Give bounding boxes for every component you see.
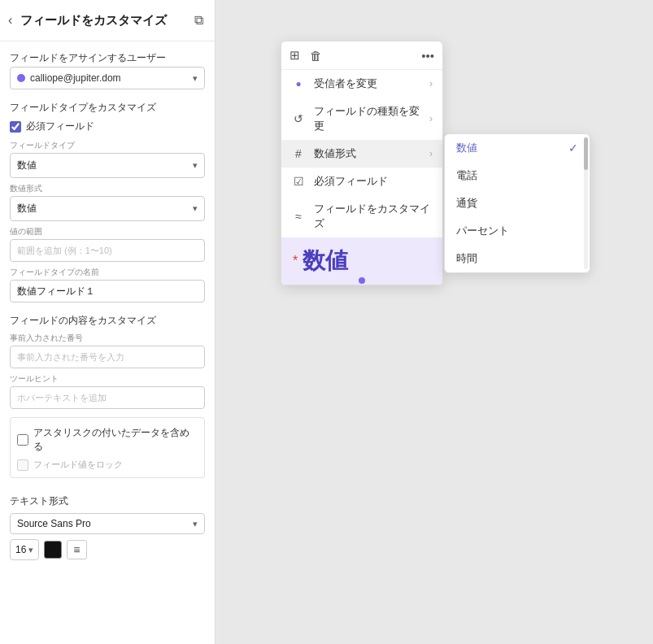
card-toolbar: ⊞ 🗑 ••• <box>281 41 442 70</box>
font-dropdown-wrapper: Source Sans Pro ▾ <box>10 513 205 534</box>
menu-item-customize[interactable]: ≈ フィールドをカスタマイズ <box>281 195 442 237</box>
field-value-text: 数値 <box>303 246 348 276</box>
customize-content-label: フィールドの内容をカスタマイズ <box>10 314 205 328</box>
number-format-dropdown[interactable]: 数値 ▾ <box>10 196 205 221</box>
font-dropdown[interactable]: Source Sans Pro ▾ <box>10 513 205 534</box>
number-format-sub-label: 数値形式 <box>10 183 205 194</box>
asterisk-lock-section: アスタリスクの付いたデータを含める フィールド値をロック <box>10 417 205 478</box>
copy-icon-button[interactable]: ⧉ <box>191 11 207 29</box>
checkbox-icon: ☑ <box>291 175 306 188</box>
submenu-item-number-label: 数値 <box>456 141 477 155</box>
panel-header: ‹ フィールドをカスタマイズ ⧉ <box>0 0 215 41</box>
menu-item-number-format-label: 数値形式 <box>314 146 421 161</box>
submenu-scrollbar-thumb <box>584 137 588 170</box>
check-icon: ✓ <box>568 141 578 154</box>
number-format-group: 数値形式 数値 ▾ <box>10 183 205 221</box>
menu-item-number-format[interactable]: # 数値形式 › 数値 ✓ 電話 通貨 パーセント 時間 <box>281 140 442 168</box>
menu-item-customize-label: フィールドをカスタマイズ <box>314 202 433 231</box>
asterisk-checkbox[interactable] <box>17 434 28 446</box>
asterisk-checkbox-row: アスタリスクの付いたデータを含める <box>17 426 198 454</box>
arrow-icon-3: › <box>429 148 433 159</box>
panel-content: フィールドをアサインするユーザー calliope@jupiter.dom ▾ … <box>0 41 215 560</box>
text-format-row: 16 ▾ ≡ <box>10 539 205 560</box>
hash-icon: # <box>291 147 306 160</box>
value-range-input[interactable] <box>10 239 205 262</box>
panel-title: フィールドをカスタマイズ <box>20 13 167 28</box>
submenu-item-number[interactable]: 数値 ✓ <box>445 134 590 162</box>
field-type-chevron: ▾ <box>193 160 198 171</box>
submenu-item-phone-label: 電話 <box>456 168 477 183</box>
grid-icon[interactable]: ⊞ <box>289 48 300 63</box>
circle-icon: ● <box>291 78 306 89</box>
required-checkbox-row: 必須フィールド <box>10 120 205 133</box>
required-checkbox[interactable] <box>10 121 21 133</box>
field-type-dropdown[interactable]: 数値 ▾ <box>10 153 205 178</box>
submenu-scrollbar <box>584 137 588 269</box>
arrow-icon-2: › <box>429 113 433 124</box>
pre-input-group: 事前入力された番号 <box>10 333 205 368</box>
text-format-label: テキスト形式 <box>10 494 205 508</box>
user-email: calliope@jupiter.dom <box>30 72 188 84</box>
field-type-name-group: フィールドタイプの名前 <box>10 267 205 302</box>
left-panel: ‹ フィールドをカスタマイズ ⧉ フィールドをアサインするユーザー callio… <box>0 0 215 644</box>
submenu-item-time[interactable]: 時間 <box>445 245 590 272</box>
settings-icon: ≈ <box>291 210 306 223</box>
tooltip-group: ツールヒント <box>10 373 205 409</box>
trash-icon[interactable]: 🗑 <box>310 49 322 63</box>
field-display: * 数値 <box>281 237 442 285</box>
font-chevron: ▾ <box>193 519 198 529</box>
submenu-item-percent-label: パーセント <box>456 224 509 238</box>
submenu-item-currency-label: 通貨 <box>456 196 477 211</box>
number-format-value: 数値 <box>17 202 193 215</box>
lock-label: フィールド値をロック <box>33 459 123 471</box>
submenu-item-percent[interactable]: パーセント <box>445 217 590 245</box>
number-format-chevron: ▾ <box>193 203 198 214</box>
required-checkbox-label: 必須フィールド <box>26 120 94 133</box>
asterisk-label: アスタリスクの付いたデータを含める <box>33 426 198 454</box>
field-required-star: * <box>293 255 298 268</box>
tooltip-input[interactable] <box>10 386 205 409</box>
refresh-icon: ↺ <box>291 112 306 125</box>
menu-item-required[interactable]: ☑ 必須フィールド <box>281 168 442 195</box>
size-chevron: ▾ <box>28 545 33 555</box>
submenu-item-currency[interactable]: 通貨 <box>445 189 590 217</box>
field-type-sub-label: フィールドタイプ <box>10 140 205 151</box>
lock-checkbox[interactable] <box>17 459 28 471</box>
user-dot <box>17 74 25 82</box>
menu-item-change-recipient[interactable]: ● 受信者を変更 › <box>281 70 442 98</box>
text-format-section: テキスト形式 Source Sans Pro ▾ 16 ▾ ≡ <box>10 491 205 560</box>
text-color-picker[interactable] <box>44 541 62 559</box>
field-type-value: 数値 <box>17 159 193 172</box>
pre-input-sub-label: 事前入力された番号 <box>10 333 205 344</box>
number-format-submenu: 数値 ✓ 電話 通貨 パーセント 時間 <box>444 133 590 273</box>
assign-user-label: フィールドをアサインするユーザー <box>10 51 205 65</box>
tooltip-sub-label: ツールヒント <box>10 373 205 385</box>
font-size-value: 16 <box>15 544 26 555</box>
field-type-group: フィールドタイプ 数値 ▾ <box>10 140 205 178</box>
field-resize-handle[interactable] <box>357 278 367 283</box>
customize-type-label: フィールドタイプをカスタマイズ <box>10 101 205 115</box>
text-align-button[interactable]: ≡ <box>67 540 86 559</box>
value-range-group: 値の範囲 <box>10 226 205 262</box>
submenu-item-phone[interactable]: 電話 <box>445 162 590 189</box>
submenu-item-time-label: 時間 <box>456 251 477 266</box>
arrow-icon-1: › <box>429 78 433 89</box>
context-card: ⊞ 🗑 ••• ● 受信者を変更 › ↺ フィールドの種類を変更 › # 数値形… <box>281 41 443 285</box>
more-icon[interactable]: ••• <box>421 49 434 63</box>
back-button[interactable]: ‹ <box>8 13 12 28</box>
value-range-sub-label: 値の範囲 <box>10 226 205 237</box>
field-type-name-sub-label: フィールドタイプの名前 <box>10 267 205 278</box>
customize-type-section: フィールドタイプをカスタマイズ 必須フィールド フィールドタイプ 数値 ▾ 数値… <box>10 98 205 302</box>
chevron-down-icon: ▾ <box>193 73 198 84</box>
menu-item-required-label: 必須フィールド <box>314 174 433 189</box>
pre-input-field[interactable] <box>10 346 205 368</box>
menu-item-change-type-label: フィールドの種類を変更 <box>314 104 421 133</box>
user-dropdown[interactable]: calliope@jupiter.dom ▾ <box>10 67 205 89</box>
font-size-dropdown[interactable]: 16 ▾ <box>10 539 39 560</box>
font-value: Source Sans Pro <box>17 518 193 529</box>
field-type-name-input[interactable] <box>10 280 205 302</box>
customize-content-section: フィールドの内容をカスタマイズ 事前入力された番号 ツールヒント <box>10 311 205 409</box>
assign-user-section: フィールドをアサインするユーザー calliope@jupiter.dom ▾ <box>10 51 205 89</box>
menu-item-change-recipient-label: 受信者を変更 <box>314 76 421 91</box>
menu-item-change-type[interactable]: ↺ フィールドの種類を変更 › <box>281 98 442 140</box>
